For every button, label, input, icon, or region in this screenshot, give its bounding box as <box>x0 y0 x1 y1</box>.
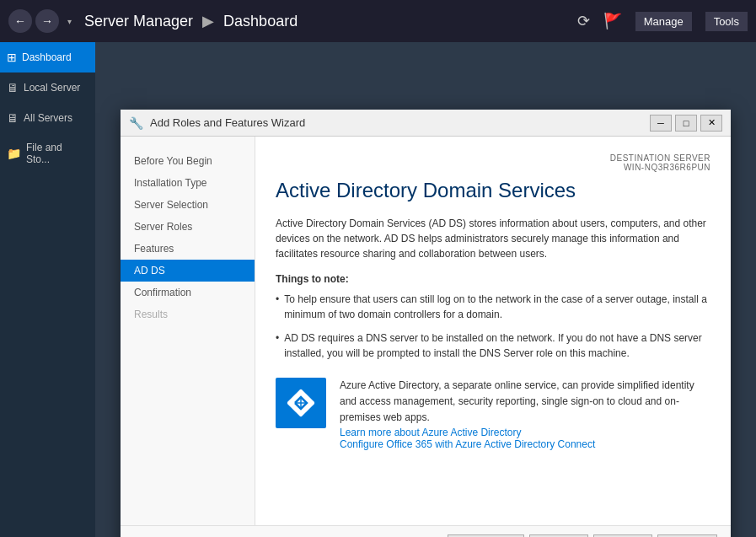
sidebar: ⊞ Dashboard 🖥 Local Server 🖥 All Servers… <box>0 42 95 537</box>
dashboard-icon: ⊞ <box>7 51 17 64</box>
all-servers-icon: 🖥 <box>7 111 19 125</box>
wizard-nav-confirmation[interactable]: Confirmation <box>121 282 255 303</box>
sidebar-item-all-servers-label: All Servers <box>24 112 72 124</box>
wizard-nav-ad-ds[interactable]: AD DS <box>121 260 255 282</box>
refresh-icon[interactable]: ⟳ <box>577 12 590 30</box>
wizard-nav-results[interactable]: Results <box>121 303 255 325</box>
local-server-icon: 🖥 <box>7 81 19 94</box>
wizard-nav-installation-type[interactable]: Installation Type <box>121 172 255 194</box>
dialog-title: Add Roles and Features Wizard <box>150 116 305 129</box>
destination-server-name: WIN-NQ3R36R6PUN <box>276 163 710 172</box>
file-storage-icon: 📁 <box>7 147 21 160</box>
azure-text-block: Azure Active Directory, a separate onlin… <box>340 378 710 450</box>
wizard-nav: Before You Begin Installation Type Serve… <box>121 137 255 525</box>
wizard-nav-server-roles[interactable]: Server Roles <box>121 216 255 238</box>
add-roles-dialog: 🔧 Add Roles and Features Wizard ─ □ ✕ Be… <box>121 110 731 537</box>
things-note: Things to note: <box>276 273 710 285</box>
azure-icon <box>276 378 326 428</box>
tools-menu-button[interactable]: Tools <box>705 12 748 31</box>
sidebar-item-local-server-label: Local Server <box>24 82 80 94</box>
forward-button[interactable]: → <box>35 9 59 33</box>
sidebar-item-file-storage-label: File and Sto... <box>26 142 88 165</box>
azure-diamond-svg <box>284 386 318 420</box>
bullet-item-1: To help ensure that users can still log … <box>276 292 710 322</box>
azure-link-2[interactable]: Configure Office 365 with Azure Active D… <box>340 438 710 450</box>
dialog-footer: < Previous Next > Install Cancel <box>121 525 731 537</box>
wizard-page-title: Active Directory Domain Services <box>276 179 710 202</box>
wizard-nav-before-you-begin[interactable]: Before You Begin <box>121 150 255 172</box>
destination-server-info: DESTINATION SERVER WIN-NQ3R36R6PUN <box>276 153 710 172</box>
dialog-titlebar: 🔧 Add Roles and Features Wizard ─ □ ✕ <box>121 110 731 137</box>
app-title: Server Manager ▶ Dashboard <box>84 12 577 30</box>
sidebar-item-all-servers[interactable]: 🖥 All Servers <box>0 103 95 133</box>
dialog-titlebar-left: 🔧 Add Roles and Features Wizard <box>129 116 305 130</box>
title-bar: ← → ▾ Server Manager ▶ Dashboard ⟳ 🚩 Man… <box>0 0 756 42</box>
back-button[interactable]: ← <box>8 9 32 33</box>
title-separator: ▶ <box>202 13 214 30</box>
sidebar-item-dashboard[interactable]: ⊞ Dashboard <box>0 42 95 72</box>
azure-description: Azure Active Directory, a separate onlin… <box>340 378 710 427</box>
dialog-titlebar-controls: ─ □ ✕ <box>650 115 722 132</box>
wizard-content: DESTINATION SERVER WIN-NQ3R36R6PUN Activ… <box>255 137 731 525</box>
wizard-description: Active Directory Domain Services (AD DS)… <box>276 216 710 261</box>
nav-buttons: ← → ▾ <box>8 9 76 33</box>
wizard-nav-server-selection[interactable]: Server Selection <box>121 194 255 216</box>
wizard-nav-features[interactable]: Features <box>121 238 255 260</box>
flag-icon[interactable]: 🚩 <box>603 12 622 30</box>
dialog-close-button[interactable]: ✕ <box>700 115 722 132</box>
destination-server-label: DESTINATION SERVER <box>276 153 710 163</box>
sidebar-item-dashboard-label: Dashboard <box>22 51 72 63</box>
bullet-list: To help ensure that users can still log … <box>276 292 710 361</box>
azure-link-1[interactable]: Learn more about Azure Active Directory <box>340 427 710 438</box>
main-layout: ⊞ Dashboard 🖥 Local Server 🖥 All Servers… <box>0 42 756 537</box>
sidebar-item-local-server[interactable]: 🖥 Local Server <box>0 72 95 103</box>
dialog-minimize-button[interactable]: ─ <box>650 115 672 132</box>
dialog-body: Before You Begin Installation Type Serve… <box>121 137 731 525</box>
bullet-item-2: AD DS requires a DNS server to be instal… <box>276 330 710 361</box>
dialog-maximize-button[interactable]: □ <box>675 115 697 132</box>
sidebar-item-file-storage[interactable]: 📁 File and Sto... <box>0 133 95 174</box>
dialog-overlay: 🔧 Add Roles and Features Wizard ─ □ ✕ Be… <box>95 84 756 537</box>
title-right-controls: ⟳ 🚩 Manage Tools <box>577 12 748 31</box>
manage-menu-button[interactable]: Manage <box>635 12 692 31</box>
dialog-icon: 🔧 <box>129 116 143 130</box>
nav-dropdown-button[interactable]: ▾ <box>62 9 76 33</box>
azure-box: Azure Active Directory, a separate onlin… <box>276 378 710 450</box>
